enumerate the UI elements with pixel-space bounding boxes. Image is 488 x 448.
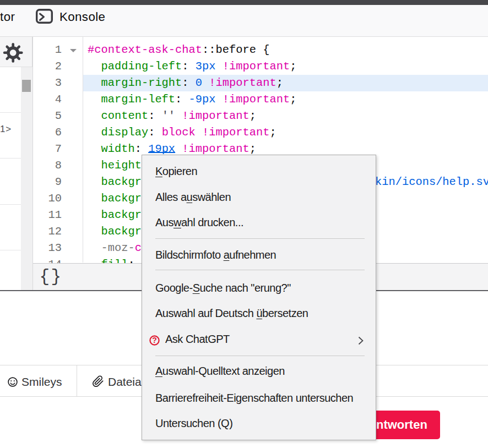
svg-text:?: ? (152, 336, 157, 345)
